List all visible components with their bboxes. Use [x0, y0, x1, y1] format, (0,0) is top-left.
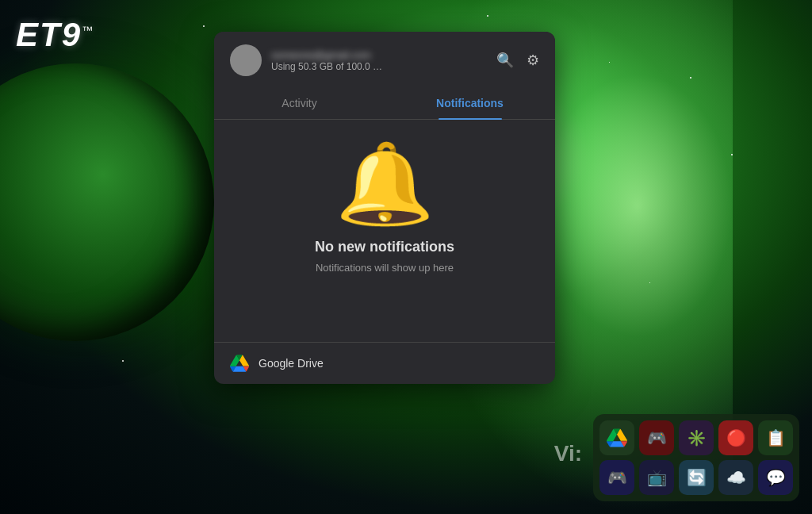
logo-tm: ™	[82, 24, 94, 36]
dock-app3[interactable]: ✳️	[679, 420, 714, 455]
bell-icon: 🔔	[335, 144, 435, 223]
panel-tabs: Activity Notifications	[214, 87, 555, 120]
no-notifications-subtitle: Notifications will show up here	[316, 262, 454, 274]
tab-notifications-label: Notifications	[436, 97, 504, 109]
logo-text: ET9	[16, 16, 82, 53]
vi-text-content: Vi:	[554, 441, 582, 466]
header-icons: 🔍 ⚙	[496, 52, 539, 69]
no-notifications-title: No new notifications	[315, 239, 454, 255]
panel-footer[interactable]: Google Drive	[214, 342, 555, 384]
user-email: someone@gmail.com	[271, 49, 487, 61]
dock-app9[interactable]: ☁️	[718, 460, 753, 495]
tab-activity[interactable]: Activity	[214, 87, 385, 119]
dock-app4[interactable]: 🔴	[718, 420, 753, 455]
dock-app6[interactable]: 🎮	[599, 460, 634, 495]
dock-app8[interactable]: 🔄	[679, 460, 714, 495]
dock-app2[interactable]: 🎮	[639, 420, 674, 455]
gdrive-label: Google Drive	[259, 357, 324, 370]
gdrive-icon	[230, 354, 249, 373]
panel-body: 🔔 No new notifications Notifications wil…	[214, 120, 555, 342]
panel-header: someone@gmail.com Using 50.3 GB of 100.0…	[214, 32, 555, 76]
user-info: someone@gmail.com Using 50.3 GB of 100.0…	[271, 49, 487, 72]
tab-notifications[interactable]: Notifications	[385, 87, 555, 119]
settings-icon[interactable]: ⚙	[527, 52, 539, 69]
dock-gdrive[interactable]	[599, 420, 634, 455]
dock-app5[interactable]: 📋	[758, 420, 793, 455]
main-panel: someone@gmail.com Using 50.3 GB of 100.0…	[214, 32, 555, 384]
dock: 🎮 ✳️ 🔴 📋 🎮 📺 🔄 ☁️ 💬	[593, 414, 799, 501]
user-storage: Using 50.3 GB of 100.0 …	[271, 61, 487, 72]
vi-text: Vi:	[554, 441, 582, 466]
user-row: someone@gmail.com Using 50.3 GB of 100.0…	[230, 44, 539, 76]
avatar	[230, 44, 262, 76]
dock-app7[interactable]: 📺	[639, 460, 674, 495]
dock-app10[interactable]: 💬	[758, 460, 793, 495]
logo: ET9™	[16, 16, 94, 54]
search-icon[interactable]: 🔍	[496, 52, 514, 69]
tab-activity-label: Activity	[282, 97, 316, 109]
